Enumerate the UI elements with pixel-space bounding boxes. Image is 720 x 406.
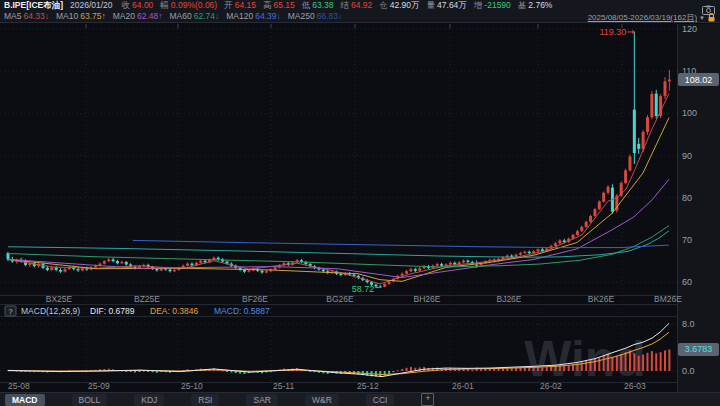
candle-body bbox=[536, 249, 539, 251]
candle-body bbox=[418, 268, 421, 271]
help-glyph: ? bbox=[8, 307, 13, 316]
macd-hist-bar bbox=[651, 351, 653, 371]
macd-hist-bar bbox=[147, 371, 149, 372]
month-label: 25-12 bbox=[357, 381, 379, 391]
candle-body bbox=[602, 193, 605, 202]
price-axis-label: 100 bbox=[682, 108, 697, 118]
quote-field-value-1: 0.09%(0.06) bbox=[171, 0, 217, 10]
candle-body bbox=[589, 216, 592, 222]
candle-body bbox=[580, 227, 583, 231]
indicator-tab-cci[interactable]: CCI bbox=[366, 394, 395, 406]
ma-value-MA120: 64.39↓ bbox=[255, 11, 281, 21]
ma-line-MA60 bbox=[8, 226, 669, 267]
macd-params-label: MACD(12,26,9) bbox=[21, 306, 80, 316]
macd-hist-bar bbox=[471, 370, 473, 371]
month-label: 26-01 bbox=[452, 381, 474, 391]
add-indicator-button[interactable]: + bbox=[421, 393, 434, 406]
ma-line-MA5 bbox=[8, 94, 669, 284]
indicator-tab-wr[interactable]: W&R bbox=[305, 394, 339, 406]
macd-hist-bar bbox=[625, 352, 627, 371]
price-axis-label: 70 bbox=[682, 235, 692, 245]
chevron-down-icon[interactable]: ▼ bbox=[699, 15, 705, 21]
candle-body bbox=[528, 252, 531, 253]
ma-line-MA250 bbox=[133, 240, 669, 247]
candle-body bbox=[265, 271, 268, 272]
macd-hist-bar bbox=[406, 368, 408, 371]
quote-field-label-5: 结 bbox=[341, 0, 350, 10]
candle-body bbox=[169, 270, 172, 272]
quote-field-value-7: 47.64万 bbox=[437, 0, 467, 10]
candle-body bbox=[554, 243, 557, 246]
quote-field-value-0: 64.00 bbox=[132, 0, 153, 10]
candle-body bbox=[63, 269, 66, 272]
month-label: 25-10 bbox=[181, 381, 203, 391]
macd-hist-bar bbox=[125, 371, 127, 372]
ma-row: MA564.33↓MA1063.75↑MA2062.48↑MA6062.74↓M… bbox=[4, 11, 342, 22]
macd-hist-bar bbox=[401, 369, 403, 371]
candle-body bbox=[94, 266, 97, 268]
wind-terminal: { "header": { "symbol": "B.IPE[ICE布油]", … bbox=[0, 0, 720, 406]
candle-body bbox=[593, 209, 596, 216]
candle-body bbox=[59, 270, 62, 272]
candle-body bbox=[541, 249, 544, 251]
macd-hist-bar bbox=[392, 371, 394, 372]
price-axis-label: 60 bbox=[682, 277, 692, 287]
date-range-text[interactable]: 2025/08/05-2026/03/19(162日) bbox=[588, 12, 697, 23]
lock-icon[interactable] bbox=[707, 13, 716, 22]
dea-value: DEA: 0.3846 bbox=[150, 306, 198, 316]
quote-field-label-8: 增 bbox=[474, 0, 483, 10]
macd-hist-bar bbox=[642, 355, 644, 371]
macd-hist-bar bbox=[664, 350, 666, 371]
macd-hist-bar bbox=[480, 369, 482, 371]
macd-hist-bar bbox=[134, 371, 136, 372]
quote-field-value-5: 64.92 bbox=[351, 0, 372, 10]
indicator-tab-macd[interactable]: MACD bbox=[5, 394, 45, 406]
macd-hist-bar bbox=[546, 367, 548, 371]
candle-body bbox=[523, 252, 526, 253]
candle-body bbox=[261, 271, 264, 273]
macd-hist-bar bbox=[226, 371, 228, 372]
candle-body bbox=[624, 170, 627, 183]
quote-field-label-4: 低 bbox=[302, 0, 311, 10]
indicator-tab-boll[interactable]: BOLL bbox=[72, 394, 108, 406]
macd-value: MACD: 0.5887 bbox=[214, 306, 270, 316]
candle-body bbox=[519, 253, 522, 255]
indicator-tab-sar[interactable]: SAR bbox=[246, 394, 277, 406]
contract-label: BZ25E bbox=[134, 294, 160, 304]
candle-body bbox=[650, 94, 653, 117]
month-label: 26-02 bbox=[540, 381, 562, 391]
candle-body bbox=[112, 259, 115, 261]
macd-hist-bar bbox=[528, 368, 530, 371]
symbol-name[interactable]: B.IPE[ICE布油] bbox=[4, 0, 63, 10]
ma-label-MA60: MA60 bbox=[170, 11, 192, 21]
candle-body bbox=[81, 268, 84, 270]
candle-body bbox=[440, 264, 443, 266]
quote-field-value-6: 42.90万 bbox=[390, 0, 420, 10]
macd-hist-bar bbox=[397, 370, 399, 371]
macd-hist-bar bbox=[616, 356, 618, 371]
chart-canvas[interactable]: 12011010090807060Wind119.3058.72108.02BX… bbox=[0, 0, 720, 406]
macd-hist-bar bbox=[603, 356, 605, 371]
candle-body bbox=[475, 265, 478, 266]
ma-value-MA5: 64.33↓ bbox=[23, 11, 49, 21]
macd-hist-bar bbox=[611, 357, 613, 371]
candle-body bbox=[322, 270, 325, 272]
quote-field-label-2: 开 bbox=[224, 0, 233, 10]
macd-badge-value: 3.6783 bbox=[685, 344, 713, 354]
macd-hist-bar bbox=[388, 371, 390, 374]
ma-label-MA250: MA250 bbox=[288, 11, 315, 21]
candle-body bbox=[204, 261, 207, 263]
macd-hist-bar bbox=[563, 366, 565, 371]
indicator-tab-kdj[interactable]: KDJ bbox=[134, 394, 164, 406]
indicator-tab-rsi[interactable]: RSI bbox=[191, 394, 219, 406]
ma-label-MA10: MA10 bbox=[56, 11, 78, 21]
candle-body bbox=[103, 261, 106, 264]
candle-body bbox=[466, 261, 469, 262]
price-axis-label: 120 bbox=[682, 24, 697, 34]
ma-value-MA60: 62.74↓ bbox=[194, 11, 220, 21]
candle-body bbox=[585, 222, 588, 227]
candle-body bbox=[576, 231, 579, 235]
candle-body bbox=[598, 202, 601, 210]
low-price-label: 58.72 bbox=[352, 284, 375, 294]
ma-value-MA10: 63.75↑ bbox=[80, 11, 106, 21]
